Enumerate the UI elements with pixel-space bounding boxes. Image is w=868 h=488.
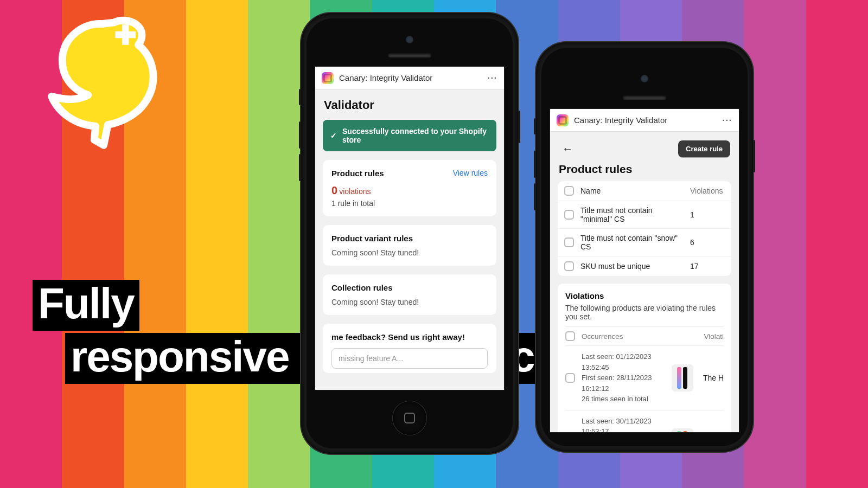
violations-card: Violations The following products are vi… [558, 284, 731, 433]
feedback-input[interactable]: missing feature A... [331, 348, 488, 369]
app-topbar: Canary: Integrity Validator ··· [550, 109, 739, 132]
page-title: Validator [324, 98, 496, 112]
phone-mockup-validator: Canary: Integrity Validator ··· Validato… [301, 13, 518, 454]
feedback-card: me feedback? Send us right away! missing… [323, 324, 496, 373]
app-title: Canary: Integrity Validator [339, 73, 432, 82]
product-thumbnail [672, 428, 693, 433]
table-row[interactable]: SKU must be unique 17 [558, 256, 731, 276]
headline-line-1: Fully [33, 280, 139, 331]
more-icon[interactable]: ··· [487, 73, 497, 82]
app-topbar: Canary: Integrity Validator ··· [315, 67, 504, 89]
create-rule-button[interactable]: Create rule [678, 140, 730, 157]
page-title: Product rules [559, 163, 731, 176]
violation-count: 0violations [331, 184, 488, 197]
table-row[interactable]: Title must not contain "snow" CS 6 [558, 229, 731, 256]
app-title: Canary: Integrity Validator [574, 115, 667, 125]
select-all-checkbox[interactable] [564, 186, 574, 196]
violation-row[interactable]: Last seen: 01/12/2023 13:52:45 First see… [565, 345, 724, 410]
product-thumbnail [672, 364, 693, 391]
rules-table: Name Violations Title must not contain "… [558, 181, 731, 276]
row-checkbox[interactable] [565, 373, 575, 383]
row-checkbox[interactable] [564, 210, 574, 220]
home-button[interactable] [393, 401, 426, 435]
more-icon[interactable]: ··· [722, 115, 732, 125]
select-all-checkbox[interactable] [565, 331, 575, 341]
app-icon [557, 114, 569, 126]
app-icon [322, 72, 334, 84]
product-rules-card: Product rules View rules 0violations 1 r… [323, 160, 496, 216]
violation-row[interactable]: Last seen: 30/11/2023 10:53:17 First see… [565, 410, 724, 433]
check-icon [330, 131, 337, 140]
row-checkbox[interactable] [564, 237, 574, 247]
variant-rules-card: Product variant rules Coming soon! Stay … [323, 225, 496, 266]
collection-rules-card: Collection rules Coming soon! Stay tuned… [323, 274, 496, 315]
phone-mockup-rules: Canary: Integrity Validator ··· ← Create… [536, 42, 753, 452]
violations-header: Occurrences Violati [565, 326, 724, 345]
banner-text: Successfully connected to your Shopify s… [342, 127, 489, 144]
row-checkbox[interactable] [564, 261, 574, 271]
feedback-title: me feedback? Send us right away! [331, 332, 488, 342]
back-arrow-icon[interactable]: ← [559, 139, 576, 158]
view-rules-link[interactable]: View rules [453, 169, 488, 177]
table-row[interactable]: Title must not contain "minimal" CS 1 [558, 201, 731, 229]
success-banner: Successfully connected to your Shopify s… [323, 120, 496, 151]
canary-bird-logo [33, 13, 168, 165]
table-header: Name Violations [558, 181, 731, 201]
rules-total: 1 rule in total [331, 199, 488, 208]
